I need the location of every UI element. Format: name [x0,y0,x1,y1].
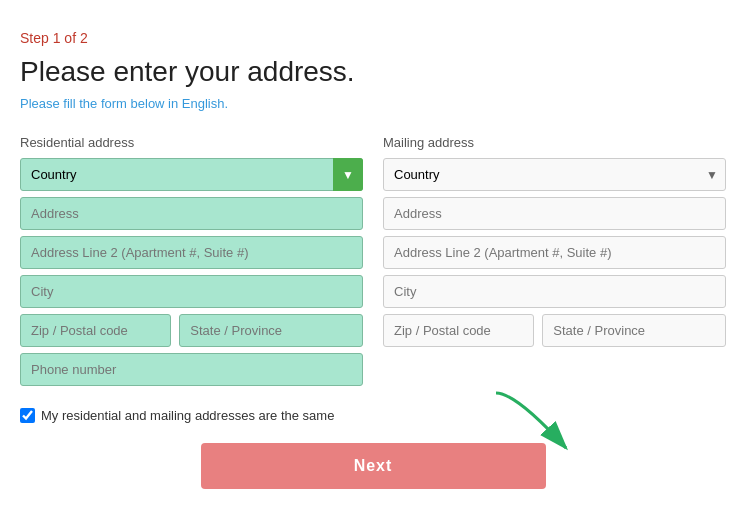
mailing-address2-row [383,236,726,269]
residential-zip-input[interactable] [20,314,171,347]
residential-zip-state-row [20,314,363,347]
mailing-state-input[interactable] [542,314,726,347]
residential-address-col: Residential address Country ▼ [20,135,363,392]
mailing-label: Mailing address [383,135,726,150]
residential-address-input[interactable] [20,197,363,230]
mailing-zip-state-row [383,314,726,347]
mailing-city-row [383,275,726,308]
residential-country-wrapper: Country ▼ [20,158,363,191]
mailing-address-input[interactable] [383,197,726,230]
same-address-row: My residential and mailing addresses are… [20,408,726,423]
residential-city-row [20,275,363,308]
arrow-container [486,383,606,467]
residential-country-select[interactable]: Country [20,158,363,191]
residential-address2-row [20,236,363,269]
mailing-address-row [383,197,726,230]
residential-phone-input[interactable] [20,353,363,386]
next-section: Next [20,443,726,489]
mailing-country-select[interactable]: Country [383,158,726,191]
same-address-checkbox[interactable] [20,408,35,423]
page-title: Please enter your address. [20,56,726,88]
subtitle: Please fill the form below in English. [20,96,726,111]
mailing-address2-input[interactable] [383,236,726,269]
residential-label: Residential address [20,135,363,150]
residential-state-input[interactable] [179,314,363,347]
mailing-zip-input[interactable] [383,314,534,347]
step-label: Step 1 of 2 [20,30,726,46]
residential-phone-row [20,353,363,386]
arrow-icon [486,383,606,463]
residential-address-row [20,197,363,230]
mailing-address-col: Mailing address Country ▼ [383,135,726,392]
same-address-label: My residential and mailing addresses are… [41,408,334,423]
residential-city-input[interactable] [20,275,363,308]
mailing-city-input[interactable] [383,275,726,308]
residential-address2-input[interactable] [20,236,363,269]
mailing-country-wrapper: Country ▼ [383,158,726,191]
